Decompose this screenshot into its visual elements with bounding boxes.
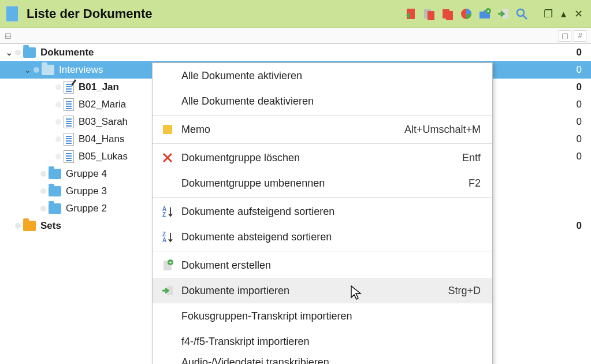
tree-label: Dokumente (40, 47, 94, 58)
caret-icon[interactable]: ⌄ (5, 48, 14, 57)
activation-dot[interactable] (40, 171, 46, 177)
tree-label: Gruppe 4 (66, 168, 107, 180)
activation-dot[interactable] (55, 119, 61, 125)
search-icon[interactable] (515, 7, 529, 21)
window-controls: ❐ ▴ ✕ (541, 8, 585, 20)
activation-dot[interactable] (55, 154, 61, 159)
activation-dot[interactable] (55, 136, 61, 142)
svg-text:A: A (162, 237, 166, 243)
document-page-icon (64, 116, 74, 128)
activation-dot[interactable] (34, 67, 39, 73)
secondary-bar: ⊟ ▢ # (0, 28, 591, 44)
toolbar-icon-2[interactable] (422, 7, 436, 21)
toolbar-icon-4[interactable] (459, 7, 473, 21)
column-toggle-2[interactable]: # (574, 30, 586, 42)
toolbar-icon-6[interactable] (496, 7, 510, 21)
context-menu: Alle Dokumente aktivieren Alle Dokumente… (152, 62, 493, 364)
tree-label: B04_Hans (79, 133, 124, 145)
document-page-icon (64, 98, 74, 111)
cm-rename-group[interactable]: Dokumentgruppe umbenennen F2 (153, 170, 492, 196)
activation-dot[interactable] (15, 50, 21, 55)
document-page-icon (64, 133, 74, 146)
svg-text:+: + (487, 9, 490, 14)
new-document-icon: + (159, 259, 176, 272)
separator (153, 115, 492, 116)
tree-count: 0 (577, 151, 582, 162)
tree-label: Gruppe 3 (66, 185, 107, 197)
cm-deactivate-all[interactable]: Alle Dokumente deaktivieren (153, 88, 492, 114)
tree-label: Gruppe 2 (66, 203, 107, 214)
detach-icon[interactable]: ❐ (541, 8, 555, 20)
separator (153, 251, 492, 251)
tree-label: Interviews (59, 64, 103, 76)
close-icon[interactable]: ✕ (572, 8, 585, 20)
toolbar-icon-3[interactable] (441, 7, 455, 21)
cm-delete-group[interactable]: Dokumentgruppe löschen Entf (153, 145, 492, 170)
tree-label: B02_Maria (79, 99, 126, 110)
toolbar-icon-1[interactable] (404, 7, 418, 21)
cm-new-document[interactable]: + Dokument erstellen (153, 252, 492, 278)
cm-import-documents[interactable]: Dokumente importieren Strg+D (153, 278, 492, 303)
folder-icon (49, 186, 61, 196)
tree-count: 0 (577, 99, 582, 110)
cm-memo[interactable]: Memo Alt+Umschalt+M (153, 117, 492, 142)
tree-count: 0 (577, 81, 582, 93)
document-page-icon (64, 150, 74, 163)
svg-rect-11 (163, 125, 172, 134)
cm-import-focusgroup[interactable]: Fokusgruppen-Transkript importieren (153, 303, 492, 329)
cm-transcribe-av[interactable]: Audio-/Videodatei transkribieren (153, 354, 492, 364)
delete-icon (159, 152, 176, 164)
cm-import-f4f5[interactable]: f4-/f5-Transkript importieren (153, 329, 492, 354)
folder-icon (42, 65, 54, 75)
cm-sort-desc[interactable]: ZA Dokumente absteigend sortieren (153, 224, 492, 250)
svg-rect-2 (428, 11, 434, 20)
tree-count: 0 (577, 64, 582, 76)
toolbar: + (404, 7, 529, 21)
folder-icon (49, 169, 61, 179)
tree-label: B01_Jan (79, 81, 119, 93)
svg-text:Z: Z (162, 211, 166, 218)
cm-sort-asc[interactable]: AZ Dokumente aufsteigend sortieren (153, 199, 492, 224)
folder-icon (49, 203, 61, 214)
activation-dot[interactable] (40, 188, 46, 194)
document-edit-icon (64, 81, 74, 94)
sets-folder-icon (23, 221, 36, 231)
tree-toggle-icon[interactable]: ⊟ (5, 31, 12, 40)
tree-count: 0 (577, 133, 582, 145)
toolbar-icon-5[interactable]: + (478, 7, 492, 21)
svg-point-9 (517, 9, 524, 16)
document-icon (6, 6, 18, 22)
window-title: Liste der Dokumente (27, 6, 153, 21)
memo-icon (159, 124, 176, 135)
import-icon (159, 284, 176, 297)
svg-rect-4 (446, 11, 453, 20)
tree-label: B03_Sarah (79, 116, 128, 128)
activation-dot[interactable] (40, 206, 46, 211)
title-bar: Liste der Dokumente + ❐ ▴ ✕ (0, 0, 591, 28)
column-toggle-1[interactable]: ▢ (559, 30, 571, 42)
tree-label: Sets (40, 220, 61, 232)
sort-desc-icon: ZA (159, 231, 176, 243)
activation-dot[interactable] (15, 223, 21, 229)
tree-root-dokumente[interactable]: ⌄ Dokumente 0 (0, 44, 591, 61)
separator (153, 143, 492, 144)
folder-icon (23, 47, 36, 58)
tree-count: 0 (577, 116, 582, 128)
activation-dot[interactable] (55, 102, 61, 107)
svg-text:+: + (169, 260, 172, 265)
collapse-icon[interactable]: ▴ (559, 8, 568, 20)
separator (153, 197, 492, 198)
tree-label: B05_Lukas (79, 151, 128, 162)
tree-count: 0 (577, 47, 582, 58)
caret-icon[interactable]: ⌄ (23, 65, 32, 75)
activation-dot[interactable] (55, 84, 61, 90)
svg-line-10 (523, 16, 527, 19)
cm-activate-all[interactable]: Alle Dokumente aktivieren (153, 63, 492, 88)
sort-asc-icon: AZ (159, 205, 176, 218)
tree-count: 0 (577, 220, 582, 232)
